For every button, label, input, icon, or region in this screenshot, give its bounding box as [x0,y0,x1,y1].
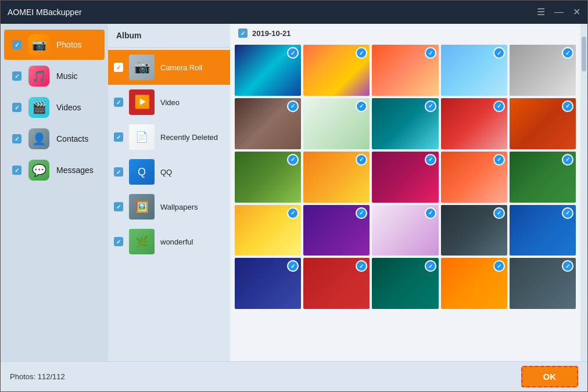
wallpapers-check [114,202,123,211]
album-item-video[interactable]: ▶️ Video [108,85,230,120]
messages-label: Messages [56,166,94,175]
photo-cell[interactable] [510,152,576,203]
music-check [12,71,21,81]
album-item-qq[interactable]: Q QQ [108,154,230,189]
qq-name: QQ [160,168,172,177]
photo-cell[interactable] [441,258,507,309]
contacts-check [12,134,21,143]
photo-cell[interactable] [510,98,576,149]
photo-cell[interactable] [510,45,576,96]
photo-check-badge [287,100,299,112]
photo-check-badge [493,207,505,219]
photo-cell[interactable] [235,258,301,309]
videos-check [12,103,21,112]
ok-button[interactable]: OK [521,366,579,387]
photo-check-badge [562,154,573,166]
photo-cell[interactable] [372,205,438,256]
photo-cell[interactable] [510,205,576,256]
photo-check-badge [425,47,436,59]
videos-icon: 🎬 [28,97,49,118]
album-item-wallpapers[interactable]: 🖼️ Wallpapers [108,189,230,224]
wallpapers-thumb: 🖼️ [129,194,155,220]
photo-cell[interactable] [303,152,370,203]
qq-thumb: Q [129,159,155,185]
photo-cell[interactable] [235,205,301,256]
photo-cell[interactable] [235,152,301,203]
camera-roll-thumb: 📷 [129,55,155,80]
menu-icon[interactable]: ☰ [537,8,545,17]
date-check [238,28,248,38]
minimize-button[interactable]: — [554,8,564,17]
wonderful-name: wonderful [160,238,193,246]
recently-deleted-name: Recently Deleted [160,133,218,142]
photo-cell[interactable] [235,98,301,149]
status-text: Photos: 112/112 [10,372,65,381]
wonderful-thumb: 🌿 [129,229,155,254]
sidebar-item-contacts[interactable]: 👤 Contacts [4,124,105,154]
photo-cell[interactable] [441,98,507,149]
sidebar: 📷 Photos 🎵 Music 🎬 Videos 👤 Contacts 💬 [1,24,108,361]
titlebar-controls: ☰ — ✕ [537,8,580,17]
scrollbar-thumb[interactable] [582,37,586,71]
album-list: 📷 Camera Roll ▶️ Video 📄 Rece [108,48,230,361]
photo-cell[interactable] [441,45,507,96]
sidebar-item-music[interactable]: 🎵 Music [4,61,105,91]
photos-label: Photos [56,40,82,49]
videos-label: Videos [56,103,81,112]
photo-check-badge [287,154,299,166]
scrollbar[interactable] [580,24,587,361]
messages-icon: 💬 [28,160,49,181]
album-item-camera-roll[interactable]: 📷 Camera Roll [108,50,230,85]
photo-cell[interactable] [372,98,438,149]
photo-cell[interactable] [372,258,438,309]
photo-cell[interactable] [510,258,576,309]
album-item-recently-deleted[interactable]: 📄 Recently Deleted [108,120,230,154]
contacts-icon: 👤 [28,128,49,149]
photo-cell[interactable] [303,258,370,309]
photos-icon: 📷 [28,34,49,55]
music-icon: 🎵 [28,66,49,87]
photo-cell[interactable] [372,152,438,203]
main-content: 📷 Photos 🎵 Music 🎬 Videos 👤 Contacts 💬 [1,24,587,361]
statusbar: Photos: 112/112 OK [1,361,587,391]
photo-cell[interactable] [441,205,507,256]
photo-check-badge [562,47,573,59]
photo-cell[interactable] [372,45,438,96]
album-item-wonderful[interactable]: 🌿 wonderful [108,224,230,259]
photo-cell[interactable] [441,152,507,203]
music-label: Music [56,71,78,81]
photo-check-badge [425,260,436,272]
photo-check-badge [493,154,505,166]
sidebar-item-videos[interactable]: 🎬 Videos [4,92,105,123]
photo-check-badge [493,100,505,112]
album-panel: Album 📷 Camera Roll ▶️ Video [108,24,230,361]
camera-roll-name: Camera Roll [160,63,202,72]
wallpapers-name: Wallpapers [160,203,198,211]
wonderful-check [114,237,123,246]
photo-check-badge [562,207,573,219]
messages-check [12,166,21,175]
date-header: 2019-10-21 [230,24,580,42]
photo-check-badge [425,154,436,166]
photo-cell[interactable] [303,205,370,256]
date-label: 2019-10-21 [252,29,291,38]
recently-deleted-thumb: 📄 [129,124,155,150]
video-thumb: ▶️ [129,89,155,115]
photo-check-badge [425,100,436,112]
video-name: Video [160,98,180,107]
sidebar-item-messages[interactable]: 💬 Messages [4,155,105,185]
photo-cell[interactable] [235,45,301,96]
camera-roll-check [114,63,123,72]
qq-check [114,167,123,177]
sidebar-item-photos[interactable]: 📷 Photos [4,30,105,60]
titlebar: AOMEI MBackupper ☰ — ✕ [1,1,587,24]
photo-cell[interactable] [303,98,370,149]
app-window: AOMEI MBackupper ☰ — ✕ 📷 Photos 🎵 Music … [0,0,588,392]
photo-check-badge [356,154,367,166]
close-button[interactable]: ✕ [573,8,580,17]
photo-check-badge [356,207,367,219]
photo-cell[interactable] [303,45,370,96]
photo-check-badge [287,207,299,219]
photo-check-badge [425,207,436,219]
album-header: Album [108,24,230,48]
